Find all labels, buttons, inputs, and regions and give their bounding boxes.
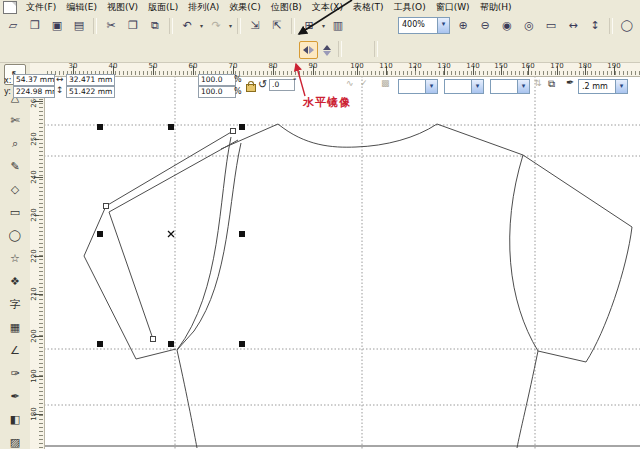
menu-item[interactable]: 版面(L): [143, 1, 183, 13]
zoom-page-icon[interactable]: ▭: [541, 16, 561, 35]
crop-tool[interactable]: ✄: [4, 110, 26, 131]
object-node[interactable]: [104, 204, 109, 209]
interactive-fill-tool[interactable]: ▨: [4, 432, 26, 449]
pattern-path[interactable]: [586, 227, 632, 362]
zoom-tool[interactable]: ⌕: [4, 133, 26, 154]
outline-style-combo[interactable]: ▾: [444, 79, 484, 94]
selection-handle[interactable]: [239, 124, 245, 130]
object-node[interactable]: [151, 337, 156, 342]
dimension-tool[interactable]: ∠: [4, 340, 26, 361]
selection-handle[interactable]: [97, 124, 103, 130]
pattern-path[interactable]: [109, 140, 238, 212]
zoom-all-objects-icon[interactable]: ◎: [519, 16, 539, 35]
cut-icon[interactable]: ✂: [101, 16, 121, 35]
full-screen-preview-icon[interactable]: ◯: [617, 16, 637, 35]
chevron-down-icon[interactable]: ▾: [198, 22, 205, 29]
ellipse-tool[interactable]: ◯: [4, 225, 26, 246]
pattern-path[interactable]: [84, 206, 176, 359]
selection-handle[interactable]: [97, 341, 103, 347]
selection-handle[interactable]: [97, 231, 103, 237]
basic-shapes-tool[interactable]: ❖: [4, 271, 26, 292]
open-icon[interactable]: ❒: [25, 16, 45, 35]
x-position-field[interactable]: 54.37 mm: [13, 74, 55, 86]
zoom-page-width-icon[interactable]: ↔: [563, 16, 583, 35]
paste-icon[interactable]: ⧉: [145, 16, 165, 35]
menu-item[interactable]: 帮助(H): [475, 1, 517, 13]
rotation-angle-field[interactable]: .0: [269, 79, 295, 91]
menu-item[interactable]: 效果(C): [224, 1, 265, 13]
chevron-down-icon[interactable]: ▾: [227, 22, 234, 29]
pattern-path[interactable]: [177, 350, 197, 448]
application-launcher-icon[interactable]: ⊞: [299, 16, 319, 35]
menu-item[interactable]: 视图(V): [102, 1, 143, 13]
outline-pen-tool[interactable]: ✒: [4, 386, 26, 407]
pattern-path[interactable]: [109, 212, 153, 339]
selection-handle[interactable]: [239, 341, 245, 347]
export-icon[interactable]: ⇱: [267, 16, 287, 35]
start-arrowhead-combo[interactable]: ▾: [398, 79, 438, 94]
menu-item[interactable]: 文件(F): [21, 1, 61, 13]
lock-ratio-icon[interactable]: [246, 84, 256, 92]
pattern-path[interactable]: [278, 124, 437, 147]
mirror-horizontal-button[interactable]: [299, 41, 318, 59]
polygon-tool[interactable]: ☆: [4, 248, 26, 269]
chevron-down-icon[interactable]: ▾: [615, 80, 627, 93]
text-tool[interactable]: 字: [4, 294, 26, 315]
pattern-path[interactable]: [177, 331, 194, 350]
object-height-field[interactable]: 51.422 mm: [66, 86, 115, 98]
object-node[interactable]: [231, 129, 236, 134]
outline-width-combo[interactable]: .2 mm ▾: [578, 79, 628, 94]
document-icon[interactable]: [3, 1, 17, 14]
welcome-screen-icon[interactable]: ▥: [328, 16, 348, 35]
zoom-page-height-icon[interactable]: ↕: [585, 16, 605, 35]
pattern-path[interactable]: [538, 351, 586, 362]
menu-item[interactable]: 文本(X): [307, 1, 348, 13]
chevron-down-icon[interactable]: ▾: [437, 18, 449, 33]
separator: [93, 18, 97, 34]
pattern-path[interactable]: [106, 131, 233, 206]
horizontal-ruler[interactable]: 2030405060708090100110120130140150160170…: [44, 62, 640, 77]
end-arrowhead-combo[interactable]: ▾: [490, 79, 530, 94]
mirror-vertical-button[interactable]: [317, 41, 336, 59]
chevron-down-icon[interactable]: ▾: [320, 22, 327, 29]
pattern-drawing[interactable]: [44, 76, 640, 449]
ruler-label: 70: [229, 62, 238, 70]
menu-item[interactable]: 位图(B): [266, 1, 307, 13]
smart-fill-tool[interactable]: ◇: [4, 179, 26, 200]
menu-item[interactable]: 表格(T): [348, 1, 389, 13]
eyedropper-tool[interactable]: ✑: [4, 363, 26, 384]
to-front-icon[interactable]: ⧉: [548, 78, 555, 90]
new-document-icon[interactable]: ▱: [3, 16, 23, 35]
zoom-level-combo[interactable]: 400% ▾: [398, 17, 450, 34]
drawing-canvas[interactable]: [44, 76, 640, 449]
y-position-field[interactable]: 224.98 mm: [13, 86, 55, 98]
selection-handle[interactable]: [168, 341, 174, 347]
zoom-selected-icon[interactable]: ◉: [497, 16, 517, 35]
pattern-path[interactable]: [510, 155, 538, 351]
undo-icon[interactable]: ↶: [177, 16, 197, 35]
pattern-path[interactable]: [177, 137, 231, 350]
selection-handle[interactable]: [239, 231, 245, 237]
copy-icon[interactable]: ❐: [123, 16, 143, 35]
import-icon[interactable]: ⇲: [245, 16, 265, 35]
print-icon[interactable]: ▤: [69, 16, 89, 35]
menu-item[interactable]: 窗口(W): [431, 1, 475, 13]
vertical-ruler[interactable]: 260250240230220210200190180: [30, 76, 45, 449]
save-icon[interactable]: ▣: [47, 16, 67, 35]
chevron-down-icon[interactable]: ▾: [471, 80, 483, 93]
menu-item[interactable]: 排列(A): [183, 1, 224, 13]
menu-item[interactable]: 编辑(E): [61, 1, 102, 13]
freehand-tool[interactable]: ✎: [4, 156, 26, 177]
fill-tool[interactable]: ◧: [4, 409, 26, 430]
zoom-in-icon[interactable]: ⊕: [453, 16, 473, 35]
scale-v-field[interactable]: 100.0: [198, 86, 236, 98]
chevron-down-icon[interactable]: ▾: [517, 80, 529, 93]
table-tool[interactable]: ▦: [4, 317, 26, 338]
menu-item[interactable]: 工具(O): [389, 1, 431, 13]
selection-handle[interactable]: [168, 124, 174, 130]
zoom-out-icon[interactable]: ⊖: [475, 16, 495, 35]
object-width-field[interactable]: 32.471 mm: [66, 74, 115, 86]
rectangle-tool[interactable]: ▭: [4, 202, 26, 223]
scale-h-field[interactable]: 100.0: [198, 74, 236, 86]
chevron-down-icon[interactable]: ▾: [425, 80, 437, 93]
